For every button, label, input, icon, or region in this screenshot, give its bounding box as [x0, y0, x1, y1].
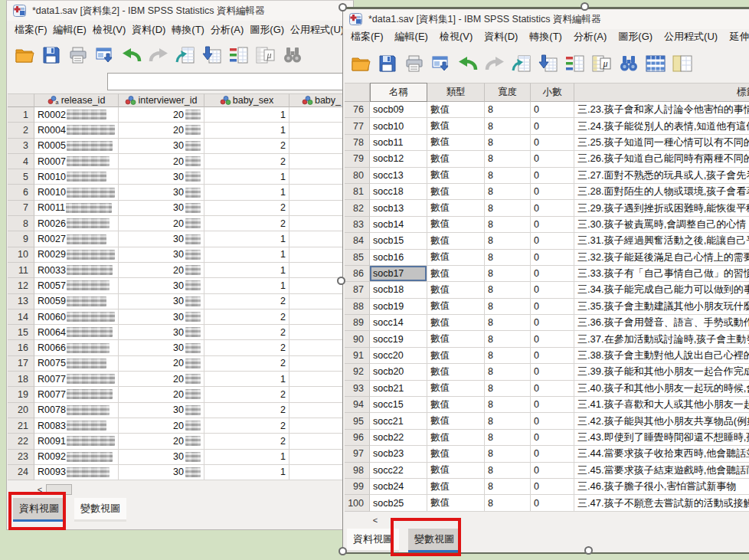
row-number[interactable]: 3	[8, 139, 34, 154]
cell-release-id[interactable]: R0066	[34, 340, 119, 355]
cell-release-id[interactable]: R0004	[34, 123, 119, 138]
cell-label[interactable]: 三.43.即使到了睡覺時間卻還不想睡時,孩	[574, 430, 749, 446]
cell-name[interactable]: socc19	[370, 331, 427, 347]
goto-case-icon[interactable]	[512, 54, 531, 73]
cell-interviewer-id[interactable]: 30	[119, 169, 204, 185]
selection-handle-left-middle[interactable]	[337, 277, 345, 285]
cell-decimals[interactable]: 0	[531, 266, 574, 282]
cell-interviewer-id[interactable]: 30	[119, 450, 204, 465]
cell-baby-sex[interactable]: 1	[204, 450, 289, 465]
cell-label[interactable]: 三.28.面對陌生的人物或環境,孩子會看著	[574, 184, 749, 200]
row-number[interactable]: 90	[345, 331, 370, 347]
cell-width[interactable]: 8	[485, 397, 531, 413]
row-number[interactable]: 10	[8, 247, 34, 263]
cell-label[interactable]: 三.30.孩子被責罵時,會調整自己的心情	[574, 217, 749, 233]
cell-interviewer-id[interactable]: 20	[119, 107, 204, 123]
cell-baby-sex[interactable]: 2	[204, 216, 289, 231]
cell-release-id[interactable]: R0002	[34, 107, 119, 123]
insert-variable-icon[interactable]	[538, 54, 558, 73]
cell-width[interactable]: 8	[485, 463, 531, 479]
row-number[interactable]: 93	[345, 381, 370, 397]
cell-width[interactable]: 8	[485, 102, 531, 118]
cell-label[interactable]: 三.34.孩子能完成自己能力可以做到的事	[574, 282, 749, 298]
save-icon[interactable]	[378, 54, 397, 73]
scroll-thumb[interactable]	[46, 484, 72, 495]
menu-e[interactable]: 編輯(E)	[54, 23, 87, 37]
cell-label[interactable]: 三.39.孩子能和其他小朋友一起合作完成工	[574, 364, 749, 380]
cell-interviewer-id[interactable]: 20	[119, 216, 204, 231]
cell-release-id[interactable]: R0078	[34, 403, 119, 418]
column-header-baby_sex[interactable]: baby_sex	[204, 93, 289, 107]
cell-interviewer-id[interactable]: 20	[119, 263, 204, 278]
cell-label[interactable]: 三.24.孩子能從別人的表情,知道他有這個	[574, 118, 749, 134]
cell-release-id[interactable]: R0057	[34, 278, 119, 293]
cell-width[interactable]: 8	[485, 495, 531, 511]
cell-release-id[interactable]: R0010	[34, 169, 119, 185]
cell-type[interactable]: 數值	[427, 233, 485, 249]
cell-label[interactable]: 三.23.孩子會和家人討論令他害怕的事情	[574, 102, 749, 118]
cell-baby-sex[interactable]: 1	[204, 231, 289, 247]
cell-label[interactable]: 三.27.面對不熟悉的玩具或人,孩子會先看	[574, 168, 749, 184]
row-number[interactable]: 9	[8, 231, 34, 247]
row-number[interactable]: 79	[345, 151, 370, 167]
cell-decimals[interactable]: 0	[531, 233, 574, 249]
cell-decimals[interactable]: 0	[531, 397, 574, 413]
open-folder-icon[interactable]	[351, 54, 371, 73]
row-number[interactable]: 80	[345, 168, 370, 184]
cell-width[interactable]: 8	[485, 217, 531, 233]
cell-type[interactable]: 數值	[427, 184, 485, 200]
cell-name[interactable]: socb25	[370, 495, 427, 511]
row-number[interactable]: 18	[8, 372, 34, 387]
cell-label[interactable]: 三.33.孩子有「自己事情自己做」的習慣與	[574, 266, 749, 282]
cell-type[interactable]: 數值	[427, 430, 485, 446]
cell-release-id[interactable]: R0083	[34, 418, 119, 434]
row-number[interactable]: 8	[8, 216, 34, 231]
row-number[interactable]: 83	[345, 217, 370, 233]
cell-baby-sex[interactable]: 2	[204, 387, 289, 402]
cell-name[interactable]: socb12	[370, 151, 427, 167]
cell-type[interactable]: 數值	[427, 250, 485, 266]
cell-label[interactable]: 三.35.孩子會主動建議其他小朋友玩什麼遊	[574, 299, 749, 315]
cell-type[interactable]: 數值	[427, 413, 485, 429]
cell-decimals[interactable]: 0	[531, 151, 574, 167]
cell-type[interactable]: 數值	[427, 364, 485, 380]
cell-baby-sex[interactable]: 2	[204, 356, 289, 372]
cell-interviewer-id[interactable]: 20	[119, 418, 204, 434]
cell-interviewer-id[interactable]: 30	[119, 403, 204, 418]
cell-baby-sex[interactable]: 1	[204, 123, 289, 138]
cell-label[interactable]: 三.44.當要求孩子收拾東西時,他會聽話並	[574, 446, 749, 462]
menu-f[interactable]: 檔案(F)	[351, 30, 384, 44]
cell-baby-sex[interactable]: 2	[204, 434, 289, 449]
cell-baby-sex[interactable]: 1	[204, 185, 289, 200]
menu-v[interactable]: 檢視(V)	[440, 30, 473, 44]
cell-interviewer-id[interactable]: 30	[119, 231, 204, 247]
cell-label[interactable]: 三.29.孩子遇到挫折或困難時,能恢復平穩	[574, 200, 749, 216]
cell-label[interactable]: 三.31.孩子經過興奮活動之後,能讓自己平	[574, 233, 749, 249]
cell-type[interactable]: 數值	[427, 217, 485, 233]
value-labels-icon[interactable]: μ	[256, 46, 276, 64]
cell-type[interactable]: 數值	[427, 331, 485, 347]
cell-interviewer-id[interactable]: 20	[119, 434, 204, 449]
cell-name[interactable]: socb15	[370, 233, 427, 249]
cell-decimals[interactable]: 0	[531, 364, 574, 380]
variables-icon[interactable]	[565, 54, 585, 73]
menu-a[interactable]: 分析(A)	[574, 30, 607, 44]
menu-x[interactable]: 延伸(X)	[729, 30, 749, 44]
cell-type[interactable]: 數值	[427, 397, 485, 413]
cell-label[interactable]: 三.36.孩子會用聲音、語言、手勢或動作說	[574, 315, 749, 331]
cell-release-id[interactable]: R0077	[34, 387, 119, 402]
cell-baby-sex[interactable]: 1	[204, 107, 289, 123]
cell-type[interactable]: 數值	[427, 200, 485, 216]
column-header-decimals[interactable]: 小數	[531, 83, 574, 102]
cell-decimals[interactable]: 0	[531, 250, 574, 266]
cell-label[interactable]: 三.25.孩子知道同一種心情可以有不同的表	[574, 135, 749, 151]
save-icon[interactable]	[41, 46, 61, 64]
cell-type[interactable]: 數值	[427, 463, 485, 479]
cell-width[interactable]: 8	[485, 413, 531, 429]
tab-data-view[interactable]: 資料視圖	[13, 498, 65, 522]
cell-interviewer-id[interactable]: 30	[119, 139, 204, 154]
selection-handle-top-middle[interactable]	[581, 2, 589, 11]
cell-width[interactable]: 8	[485, 233, 531, 249]
cell-release-id[interactable]: R0091	[34, 434, 119, 449]
row-number[interactable]: 12	[8, 278, 34, 293]
